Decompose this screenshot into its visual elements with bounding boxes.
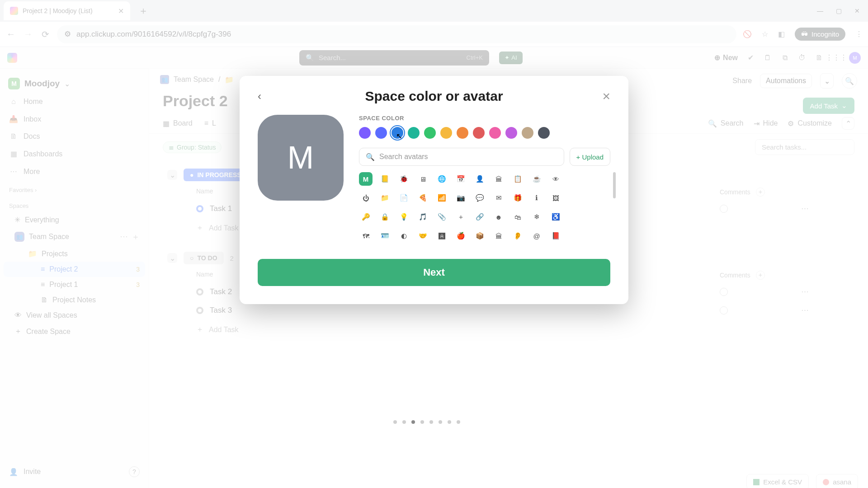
color-swatch[interactable]: [375, 127, 387, 139]
avatar-icon-option[interactable]: 🔗: [473, 210, 486, 224]
avatar-icon-option[interactable]: 📎: [435, 210, 448, 224]
avatar-icon-option[interactable]: 📒: [378, 172, 392, 186]
modal-title: Space color or avatar: [365, 89, 503, 104]
avatar-icon-option[interactable]: 🏛: [492, 229, 505, 240]
avatar-icon-option[interactable]: 📷: [454, 191, 467, 205]
next-button[interactable]: Next: [258, 259, 610, 286]
close-icon[interactable]: ×: [602, 89, 610, 104]
step-dot[interactable]: [429, 420, 433, 424]
avatar-icon-option[interactable]: ❄: [530, 210, 543, 224]
step-dot[interactable]: [439, 420, 442, 424]
avatar-icon-option[interactable]: 💬: [473, 191, 486, 205]
avatar-icon-option[interactable]: ✉: [492, 191, 505, 205]
avatar-icon-option[interactable]: ☻: [492, 210, 505, 224]
avatar-icon-option[interactable]: ＋: [454, 210, 467, 224]
color-swatch[interactable]: [424, 127, 436, 139]
avatar-icon-option[interactable]: 📕: [549, 229, 562, 240]
avatar-icon-option[interactable]: 🔑: [359, 210, 373, 224]
avatar-icon-option[interactable]: ◐: [397, 229, 410, 240]
step-dot[interactable]: [411, 420, 415, 424]
avatar-icon-option[interactable]: ⏻: [359, 191, 373, 205]
avatar-icon-option[interactable]: 💡: [397, 210, 410, 224]
avatar-icon-option[interactable]: 👤: [473, 172, 486, 186]
color-swatch[interactable]: [457, 127, 468, 139]
space-color-avatar-modal: ‹ Space color or avatar × M SPACE COLOR …: [240, 76, 628, 304]
color-swatch[interactable]: [359, 127, 371, 139]
color-swatch[interactable]: [440, 127, 452, 139]
avatar-letter-option[interactable]: M: [359, 172, 373, 186]
avatar-icon-option[interactable]: 🍕: [416, 191, 429, 205]
avatar-icon-option[interactable]: 👂: [511, 229, 524, 240]
color-swatch[interactable]: [408, 127, 420, 139]
avatar-icon-option[interactable]: 📶: [435, 191, 448, 205]
avatar-icon-option[interactable]: 🎵: [416, 210, 429, 224]
avatar-icon-option[interactable]: 📄: [397, 191, 410, 205]
color-swatch[interactable]: [538, 127, 550, 139]
avatar-icon-option[interactable]: 📦: [473, 229, 486, 240]
scrollbar-thumb[interactable]: [613, 172, 616, 198]
upload-avatar-button[interactable]: + Upload: [570, 148, 610, 166]
avatar-icon-option[interactable]: ☕: [530, 172, 543, 186]
avatar-icon-option[interactable]: 🌐: [435, 172, 448, 186]
avatar-icon-option[interactable]: ♿: [549, 210, 562, 224]
space-avatar-preview: M: [258, 115, 344, 201]
avatar-icon-option[interactable]: @: [530, 229, 543, 240]
step-dot[interactable]: [457, 420, 460, 424]
avatar-grid: M📒🐞🖥🌐📅👤🏛📋☕👁⏻📁📄🍕📶📷💬✉🎁ℹ🖼🔑🔒💡🎵📎＋🔗☻🛍❄♿🗺🪪◐🤝🅰🍎📦…: [359, 172, 610, 240]
avatar-search-placeholder: Search avatars: [379, 153, 428, 161]
upload-label: + Upload: [576, 153, 604, 161]
color-swatch[interactable]: [522, 127, 533, 139]
avatar-icon-option[interactable]: 🤝: [416, 229, 429, 240]
avatar-icon-option[interactable]: 📁: [378, 191, 392, 205]
color-swatch[interactable]: [473, 127, 485, 139]
step-dot[interactable]: [402, 420, 406, 424]
avatar-icon-option[interactable]: 🅰: [435, 229, 448, 240]
avatar-search-input[interactable]: 🔍 Search avatars: [359, 148, 564, 166]
cursor-icon: ↖: [396, 131, 402, 141]
avatar-letter: M: [288, 140, 314, 176]
next-label: Next: [423, 267, 445, 278]
avatar-icon-option[interactable]: 👁: [549, 172, 562, 186]
avatar-icon-option[interactable]: 🎁: [511, 191, 524, 205]
avatar-icon-option[interactable]: ℹ: [530, 191, 543, 205]
avatar-icon-option[interactable]: 🖼: [549, 191, 562, 205]
avatar-icon-option[interactable]: 🐞: [397, 172, 410, 186]
step-indicator: [393, 420, 460, 424]
avatar-icon-option[interactable]: 📅: [454, 172, 467, 186]
step-dot[interactable]: [393, 420, 397, 424]
step-dot[interactable]: [420, 420, 424, 424]
color-swatch-row: ↖: [359, 127, 610, 139]
color-swatch[interactable]: ↖: [392, 127, 403, 139]
avatar-icon-option[interactable]: 🛍: [511, 210, 524, 224]
search-icon: 🔍: [366, 153, 375, 161]
avatar-icon-option[interactable]: 🗺: [359, 229, 373, 240]
avatar-icon-option[interactable]: 🖥: [416, 172, 429, 186]
space-color-label: SPACE COLOR: [359, 115, 610, 122]
back-icon[interactable]: ‹: [258, 90, 261, 103]
step-dot[interactable]: [448, 420, 451, 424]
avatar-icon-option[interactable]: 📋: [511, 172, 524, 186]
avatar-icon-option[interactable]: 🪪: [378, 229, 392, 240]
avatar-icon-option[interactable]: 🏛: [492, 172, 505, 186]
color-swatch[interactable]: [505, 127, 517, 139]
avatar-icon-option[interactable]: 🔒: [378, 210, 392, 224]
avatar-icon-option[interactable]: 🍎: [454, 229, 467, 240]
color-swatch[interactable]: [489, 127, 501, 139]
